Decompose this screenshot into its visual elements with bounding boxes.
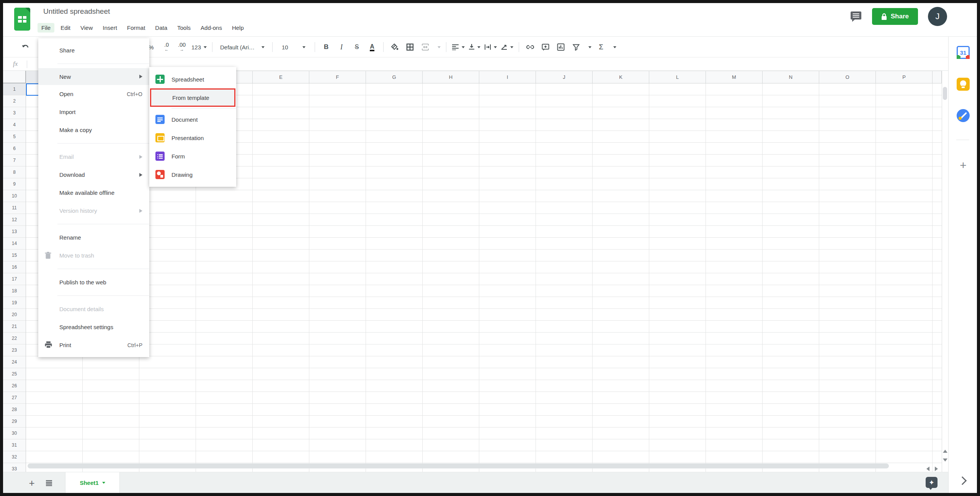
file-menu-item-move-to-trash[interactable]: Move to trash — [38, 246, 149, 264]
row-header-15[interactable]: 15 — [3, 250, 26, 261]
sheets-logo-icon[interactable] — [14, 8, 30, 31]
share-button[interactable]: Share — [872, 8, 918, 25]
row-header-30[interactable]: 30 — [3, 427, 26, 439]
menu-file[interactable]: File — [38, 23, 54, 33]
column-header-j[interactable]: J — [536, 71, 593, 83]
scroll-right-button[interactable] — [935, 467, 938, 471]
vertical-scrollbar-track[interactable] — [942, 71, 948, 472]
file-menu-item-make-a-copy[interactable]: Make a copy — [38, 121, 149, 139]
row-header-31[interactable]: 31 — [3, 439, 26, 451]
new-submenu-item-document[interactable]: Document — [149, 110, 236, 129]
text-wrap-icon[interactable] — [484, 41, 497, 54]
row-header-18[interactable]: 18 — [3, 285, 26, 297]
menu-view[interactable]: View — [77, 23, 96, 33]
sheet-tab-sheet1[interactable]: Sheet1 — [65, 472, 120, 493]
decrease-decimal-button[interactable]: .0← — [161, 41, 172, 54]
row-header-3[interactable]: 3 — [3, 107, 26, 119]
new-submenu-item-from-template[interactable]: From template — [150, 88, 235, 107]
row-header-5[interactable]: 5 — [3, 131, 26, 143]
file-menu-item-email[interactable]: Email — [38, 148, 149, 166]
menu-help[interactable]: Help — [228, 23, 248, 33]
explore-icon[interactable]: ✦ — [926, 477, 938, 489]
file-menu-item-open[interactable]: OpenCtrl+O — [38, 85, 149, 103]
vertical-scrollbar-thumb[interactable] — [943, 87, 947, 100]
new-submenu-item-drawing[interactable]: Drawing — [149, 165, 236, 184]
row-header-29[interactable]: 29 — [3, 416, 26, 427]
row-header-6[interactable]: 6 — [3, 143, 26, 155]
row-header-4[interactable]: 4 — [3, 119, 26, 131]
menu-format[interactable]: Format — [123, 23, 149, 33]
row-header-12[interactable]: 12 — [3, 214, 26, 226]
row-header-10[interactable]: 10 — [3, 190, 26, 202]
font-selector[interactable]: Default (Ari… — [218, 41, 267, 54]
row-header-8[interactable]: 8 — [3, 166, 26, 178]
select-all-corner[interactable] — [3, 71, 26, 83]
scroll-left-button[interactable] — [926, 467, 929, 471]
insert-comment-icon[interactable] — [540, 41, 551, 54]
comments-icon[interactable] — [850, 11, 862, 22]
row-header-16[interactable]: 16 — [3, 261, 26, 273]
strikethrough-button[interactable]: S — [351, 41, 363, 54]
row-header-24[interactable]: 24 — [3, 356, 26, 368]
horizontal-scrollbar-thumb[interactable] — [28, 463, 889, 468]
add-sheet-button[interactable]: + — [26, 477, 38, 489]
column-header-p[interactable]: P — [876, 71, 933, 83]
file-menu-item-print[interactable]: PrintCtrl+P — [38, 336, 149, 354]
column-header-l[interactable]: L — [649, 71, 706, 83]
file-menu-item-version-history[interactable]: Version history — [38, 202, 149, 220]
menu-data[interactable]: Data — [151, 23, 171, 33]
row-header-2[interactable]: 2 — [3, 95, 26, 107]
file-menu-item-new[interactable]: New — [38, 68, 149, 85]
file-menu-item-publish-to-the-web[interactable]: Publish to the web — [38, 273, 149, 291]
column-header-g[interactable]: G — [366, 71, 423, 83]
file-menu-item-import[interactable]: Import — [38, 103, 149, 121]
scroll-down-button[interactable] — [943, 458, 947, 462]
merge-cells-icon[interactable] — [420, 41, 431, 54]
functions-button[interactable]: Σ — [595, 41, 607, 54]
column-header-f[interactable]: F — [309, 71, 366, 83]
functions-dropdown[interactable] — [613, 46, 616, 48]
file-menu-item-make-available-offline[interactable]: Make available offline — [38, 184, 149, 202]
column-header-h[interactable]: H — [423, 71, 479, 83]
menu-addons[interactable]: Add-ons — [197, 23, 226, 33]
row-header-23[interactable]: 23 — [3, 344, 26, 356]
horizontal-align-icon[interactable] — [452, 41, 465, 54]
font-size-selector[interactable]: 10 — [278, 41, 309, 54]
create-filter-icon[interactable] — [570, 41, 582, 54]
new-submenu-item-spreadsheet[interactable]: Spreadsheet — [149, 70, 236, 88]
file-menu-item-spreadsheet-settings[interactable]: Spreadsheet settings — [38, 318, 149, 336]
row-header-11[interactable]: 11 — [3, 202, 26, 214]
file-menu-item-share[interactable]: Share — [38, 41, 149, 59]
row-header-14[interactable]: 14 — [3, 238, 26, 250]
column-header-partial[interactable] — [933, 71, 942, 83]
column-header-i[interactable]: I — [479, 71, 536, 83]
menu-insert[interactable]: Insert — [99, 23, 121, 33]
row-header-19[interactable]: 19 — [3, 297, 26, 309]
get-add-ons-icon[interactable]: + — [957, 159, 970, 172]
column-header-o[interactable]: O — [819, 71, 876, 83]
insert-chart-icon[interactable] — [555, 41, 567, 54]
row-header-9[interactable]: 9 — [3, 178, 26, 190]
italic-button[interactable]: I — [336, 41, 347, 54]
calendar-icon[interactable]: 31 — [957, 46, 970, 59]
more-formats-button[interactable]: 123 — [191, 41, 207, 54]
increase-decimal-button[interactable]: .00→ — [176, 41, 188, 54]
avatar[interactable]: J — [928, 7, 947, 26]
file-menu-item-download[interactable]: Download — [38, 166, 149, 184]
hide-side-panel-icon[interactable] — [958, 476, 968, 486]
file-menu-item-document-details[interactable]: Document details — [38, 300, 149, 318]
column-header-e[interactable]: E — [253, 71, 309, 83]
insert-link-icon[interactable] — [524, 41, 536, 54]
file-menu-item-rename[interactable]: Rename — [38, 228, 149, 246]
row-header-17[interactable]: 17 — [3, 273, 26, 285]
column-header-m[interactable]: M — [706, 71, 763, 83]
row-header-25[interactable]: 25 — [3, 368, 26, 380]
row-header-33[interactable]: 33 — [3, 463, 26, 472]
new-submenu-item-form[interactable]: Form — [149, 147, 236, 165]
bold-button[interactable]: B — [320, 41, 332, 54]
tasks-icon[interactable] — [957, 109, 970, 122]
text-rotation-icon[interactable] — [501, 41, 513, 54]
column-header-k[interactable]: K — [593, 71, 649, 83]
scroll-up-button[interactable] — [943, 450, 947, 453]
row-header-22[interactable]: 22 — [3, 333, 26, 344]
